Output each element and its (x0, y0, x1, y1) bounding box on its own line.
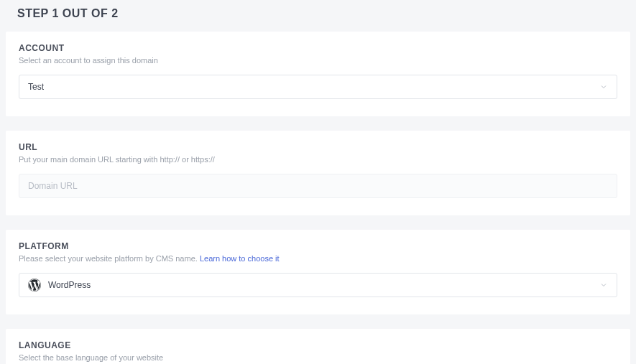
platform-hint-link[interactable]: Learn how to choose it (200, 254, 280, 263)
language-hint: Select the base language of your website (19, 353, 617, 362)
language-card: LANGUAGE Select the base language of you… (6, 329, 630, 364)
platform-hint: Please select your website platform by C… (19, 254, 617, 263)
account-select[interactable]: Test (19, 75, 617, 99)
wordpress-icon (28, 279, 41, 291)
url-input[interactable] (19, 174, 617, 198)
account-selected-value: Test (28, 82, 44, 92)
account-hint: Select an account to assign this domain (19, 56, 617, 65)
platform-selected-value: WordPress (48, 280, 91, 290)
platform-hint-text: Please select your website platform by C… (19, 254, 200, 263)
account-title: ACCOUNT (19, 43, 617, 53)
url-hint: Put your main domain URL starting with h… (19, 155, 617, 164)
url-title: URL (19, 142, 617, 152)
page-title: STEP 1 OUT OF 2 (0, 0, 636, 32)
platform-card: PLATFORM Please select your website plat… (6, 230, 630, 314)
chevron-down-icon (599, 281, 608, 289)
account-card: ACCOUNT Select an account to assign this… (6, 32, 630, 116)
url-card: URL Put your main domain URL starting wi… (6, 131, 630, 215)
chevron-down-icon (599, 83, 608, 91)
platform-title: PLATFORM (19, 241, 617, 251)
platform-select[interactable]: WordPress (19, 273, 617, 297)
language-title: LANGUAGE (19, 340, 617, 350)
